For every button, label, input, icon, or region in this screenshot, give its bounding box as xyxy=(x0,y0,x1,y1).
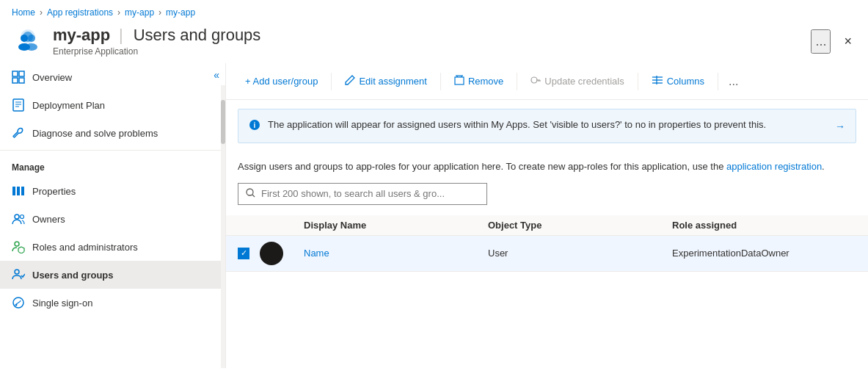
columns-icon xyxy=(652,75,663,87)
arrow-circle-icon xyxy=(12,296,25,309)
sidebar-item-diagnose[interactable]: Diagnose and solve problems xyxy=(0,119,225,147)
update-credentials-button[interactable]: Update credentials xyxy=(523,71,631,92)
svg-rect-14 xyxy=(12,187,15,195)
svg-point-17 xyxy=(15,215,19,219)
breadcrumb-app-registrations[interactable]: App registrations xyxy=(47,7,113,18)
sidebar-item-roles[interactable]: Roles and administrators xyxy=(0,233,225,261)
header-ellipsis-button[interactable]: ... xyxy=(811,29,831,54)
user-name-link[interactable]: Name xyxy=(304,248,329,259)
svg-text:i: i xyxy=(254,121,256,129)
main-layout: « Overview Deployment Plan Diagnose and … xyxy=(0,63,868,368)
avatar xyxy=(260,242,283,265)
scrollbar-thumb[interactable] xyxy=(221,100,225,144)
svg-rect-6 xyxy=(12,71,18,76)
sidebar-collapse-button[interactable]: « xyxy=(214,69,219,81)
svg-point-22 xyxy=(15,304,18,306)
page-header: my-app | Users and groups Enterprise App… xyxy=(0,22,868,63)
app-registration-link[interactable]: application registration xyxy=(726,161,822,172)
toolbar-divider-5 xyxy=(718,73,718,90)
breadcrumb: Home › App registrations › my-app › my-a… xyxy=(0,0,868,22)
remove-button[interactable]: Remove xyxy=(447,71,511,92)
col-role-assigned: Role assigned xyxy=(672,220,856,231)
search-icon xyxy=(246,188,255,200)
breadcrumb-my-app-2[interactable]: my-app xyxy=(166,7,195,18)
sidebar-item-users-groups-label: Users and groups xyxy=(32,270,114,281)
svg-rect-23 xyxy=(455,77,464,84)
pencil-icon xyxy=(345,75,355,87)
svg-point-27 xyxy=(531,77,537,83)
manage-section-label: Manage xyxy=(0,150,225,177)
svg-point-5 xyxy=(26,43,37,51)
info-banner: i The application will appear for assign… xyxy=(238,109,856,143)
row-object-type: User xyxy=(488,248,672,259)
svg-point-3 xyxy=(28,35,35,42)
sidebar-item-owners-label: Owners xyxy=(32,214,65,225)
toolbar: + Add user/group Edit assignment Remove xyxy=(226,63,868,100)
row-role: ExperimentationDataOwner xyxy=(672,248,856,259)
close-button[interactable]: × xyxy=(839,29,856,54)
row-avatar xyxy=(260,242,304,265)
info-banner-text: The application will appear for assigned… xyxy=(268,118,828,132)
grid-icon xyxy=(12,71,25,84)
sidebar-item-sso-label: Single sign-on xyxy=(32,298,92,309)
bars-icon xyxy=(12,184,25,198)
svg-point-19 xyxy=(15,242,19,246)
wrench-icon xyxy=(12,126,25,140)
col-display-name: Display Name xyxy=(304,220,488,231)
toolbar-ellipsis-button[interactable]: ... xyxy=(724,72,743,91)
sidebar-item-deployment-plan-label: Deployment Plan xyxy=(32,100,105,111)
svg-rect-9 xyxy=(19,78,24,83)
sidebar-item-deployment-plan[interactable]: Deployment Plan xyxy=(0,91,225,119)
svg-point-37 xyxy=(247,189,253,195)
sidebar-item-diagnose-label: Diagnose and solve problems xyxy=(32,128,158,139)
sidebar-item-properties-label: Properties xyxy=(32,186,76,197)
breadcrumb-my-app-1[interactable]: my-app xyxy=(125,7,154,18)
toolbar-divider-4 xyxy=(638,73,638,90)
checkbox-checked-icon xyxy=(238,248,249,259)
svg-point-20 xyxy=(15,270,19,274)
search-input[interactable] xyxy=(261,188,479,199)
toolbar-divider-3 xyxy=(517,73,517,90)
sidebar-item-overview-label: Overview xyxy=(32,72,72,83)
person-shield-icon xyxy=(12,240,25,253)
add-user-group-button[interactable]: + Add user/group xyxy=(238,71,325,91)
sidebar-item-users-groups[interactable]: Users and groups xyxy=(0,261,225,289)
svg-rect-8 xyxy=(12,78,18,83)
edit-assignment-button[interactable]: Edit assignment xyxy=(338,71,434,92)
people-icon xyxy=(12,212,25,226)
svg-rect-10 xyxy=(13,99,23,111)
svg-rect-16 xyxy=(21,187,24,195)
book-icon xyxy=(12,98,25,112)
table-header: Display Name Object Type Role assigned xyxy=(226,215,868,236)
columns-button[interactable]: Columns xyxy=(644,71,712,92)
row-checkbox[interactable] xyxy=(238,248,260,259)
header-subtitle: Enterprise Application xyxy=(53,46,802,57)
app-icon xyxy=(12,25,44,57)
sidebar: « Overview Deployment Plan Diagnose and … xyxy=(0,63,226,368)
sidebar-item-roles-label: Roles and administrators xyxy=(32,242,138,253)
sidebar-item-overview[interactable]: Overview xyxy=(0,63,225,91)
scrollbar-track xyxy=(221,85,225,368)
people-check-icon xyxy=(12,268,25,281)
svg-line-38 xyxy=(252,195,255,197)
toolbar-divider-1 xyxy=(331,73,332,90)
key-icon xyxy=(530,75,541,87)
page-title: my-app | Users and groups xyxy=(53,26,802,45)
svg-rect-15 xyxy=(17,187,20,195)
description-text: Assign users and groups to app-roles for… xyxy=(226,152,868,183)
sidebar-item-properties[interactable]: Properties xyxy=(0,177,225,205)
content-area: + Add user/group Edit assignment Remove xyxy=(226,63,868,368)
sidebar-item-owners[interactable]: Owners xyxy=(0,205,225,233)
svg-point-2 xyxy=(21,35,28,42)
svg-rect-7 xyxy=(19,71,24,76)
table-row: Name User ExperimentationDataOwner xyxy=(226,236,868,272)
svg-point-18 xyxy=(21,215,24,219)
breadcrumb-home[interactable]: Home xyxy=(12,7,35,18)
sidebar-item-sso[interactable]: Single sign-on xyxy=(0,289,225,317)
trash-icon xyxy=(454,75,464,87)
header-title-area: my-app | Users and groups Enterprise App… xyxy=(53,26,802,57)
info-banner-arrow[interactable]: → xyxy=(835,120,845,132)
row-name: Name xyxy=(304,248,488,259)
toolbar-divider-2 xyxy=(440,73,441,90)
col-object-type: Object Type xyxy=(488,220,672,231)
